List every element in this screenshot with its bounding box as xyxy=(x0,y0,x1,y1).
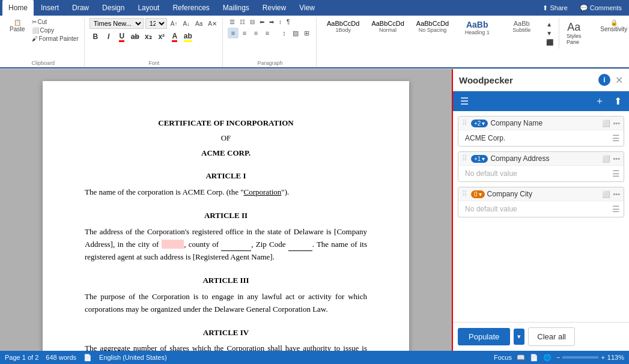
bold-button[interactable]: B xyxy=(90,31,102,43)
drag-handle-company-name[interactable]: ⠿ xyxy=(462,119,467,127)
article-1-title: ARTICLE I xyxy=(85,170,367,183)
format-painter-button[interactable]: 🖌 Format Painter xyxy=(30,35,81,43)
sensitivity-button[interactable]: 🔒 Sensitivity xyxy=(597,18,629,34)
zoom-out-button[interactable]: − xyxy=(556,354,560,361)
justify-button[interactable]: ≡ xyxy=(262,28,273,38)
underline-button[interactable]: U xyxy=(116,31,128,43)
shading-button[interactable]: ▨ xyxy=(290,28,301,38)
share-button[interactable]: ⬆ Share xyxy=(538,3,572,13)
drag-handle-company-city[interactable]: ⠿ xyxy=(462,190,467,198)
drag-handle-company-address[interactable]: ⠿ xyxy=(462,154,467,163)
cut-button[interactable]: ✂ Cut xyxy=(30,18,81,26)
focus-label[interactable]: Focus xyxy=(494,354,512,361)
zoom-in-button[interactable]: + xyxy=(601,354,604,361)
tab-insert[interactable]: Insert xyxy=(35,0,65,16)
populate-button[interactable]: Populate xyxy=(458,328,510,345)
font-name-select[interactable]: Times New... xyxy=(90,18,144,29)
panel-menu-button[interactable]: ☰ xyxy=(458,94,471,108)
tab-references[interactable]: References xyxy=(166,0,215,16)
style-subtitle[interactable]: AaBb Subtitle xyxy=(500,18,543,37)
increase-indent-button[interactable]: ➡ xyxy=(267,18,276,26)
styles-pane-button[interactable]: Aa StylesPane xyxy=(563,20,585,46)
change-case-button[interactable]: Aa xyxy=(193,20,204,28)
clear-all-button[interactable]: Clear all xyxy=(528,327,575,346)
multilevel-list-button[interactable]: ⊟ xyxy=(248,18,257,26)
style-heading1[interactable]: AaBb Heading 1 xyxy=(455,18,499,37)
field-copy-icon-address[interactable]: ⬜ xyxy=(602,155,610,163)
numbered-list-button[interactable]: ☷ xyxy=(238,18,247,26)
show-marks-button[interactable]: ¶ xyxy=(285,18,291,26)
align-center-button[interactable]: ≡ xyxy=(239,28,250,38)
field-copy-icon[interactable]: ⬜ xyxy=(602,120,610,127)
comments-icon: 💬 xyxy=(580,4,588,12)
sort-button[interactable]: ↕ xyxy=(277,18,284,26)
info-button[interactable]: i xyxy=(598,74,610,86)
font-size-select[interactable]: 12 xyxy=(145,18,167,29)
styles-scroll-up[interactable]: ▲ xyxy=(544,20,555,28)
view-web-icon[interactable]: 🌐 xyxy=(543,354,552,362)
borders-button[interactable]: ⊞ xyxy=(302,28,312,38)
styles-scroll-down[interactable]: ▼ xyxy=(544,29,555,37)
style-normal[interactable]: AaBbCcDd Normal xyxy=(366,18,409,37)
clear-format-button[interactable]: A✕ xyxy=(206,20,219,28)
style-1body[interactable]: AaBbCcDd 1Body xyxy=(321,18,365,37)
italic-button[interactable]: I xyxy=(103,31,115,43)
tab-view[interactable]: View xyxy=(293,0,321,16)
tab-layout[interactable]: Layout xyxy=(132,0,165,16)
field-value-company-name[interactable]: ACME Corp. xyxy=(462,132,612,145)
panel-upload-button[interactable]: ⬆ xyxy=(612,94,624,108)
font-label: Font xyxy=(148,59,159,66)
field-value-company-address[interactable]: No default value xyxy=(462,167,612,180)
field-value-list-icon-address[interactable]: ☰ xyxy=(612,169,620,178)
style-no-spacing[interactable]: AaBbCcDd No Spacing xyxy=(411,18,454,37)
field-company-city-header: ⠿ 0 ▾ Company City ⬜ ••• xyxy=(458,187,624,201)
field-value-list-icon-company-name[interactable]: ☰ xyxy=(612,133,620,143)
panel-add-button[interactable]: ＋ xyxy=(592,94,607,109)
tab-draw[interactable]: Draw xyxy=(66,0,95,16)
article-2-body: The address of the Corporation's registe… xyxy=(85,226,367,264)
increase-font-button[interactable]: A↑ xyxy=(169,20,180,28)
align-left-button[interactable]: ≡ xyxy=(228,28,239,38)
field-more-icon-city[interactable]: ••• xyxy=(613,190,620,198)
tab-home[interactable]: Home xyxy=(2,0,34,16)
bullets-button[interactable]: ☰ xyxy=(228,18,237,26)
view-print-icon[interactable]: 📄 xyxy=(530,354,538,362)
field-value-row-company-address: No default value ☰ xyxy=(458,166,624,181)
field-copy-icon-city[interactable]: ⬜ xyxy=(602,190,610,198)
field-value-company-city[interactable]: No default value xyxy=(462,202,612,216)
doc-title2: OF xyxy=(85,132,367,145)
populate-dropdown-button[interactable]: ▾ xyxy=(514,329,524,345)
view-read-icon[interactable]: 📖 xyxy=(517,354,525,362)
decrease-font-button[interactable]: A↓ xyxy=(181,20,192,28)
line-spacing-button[interactable]: ↕ xyxy=(279,28,290,38)
superscript-button[interactable]: x² xyxy=(156,31,168,43)
comments-button[interactable]: 💬 Comments xyxy=(575,3,627,13)
panel-header: Woodpecker i ✕ xyxy=(453,69,629,91)
font-group: Times New... 12 A↑ A↓ Aa A✕ B I U ab x₂ xyxy=(86,18,223,67)
tab-design[interactable]: Design xyxy=(96,0,130,16)
share-icon: ⬆ xyxy=(542,4,548,12)
field-more-icon[interactable]: ••• xyxy=(613,120,620,127)
tab-review[interactable]: Review xyxy=(257,0,292,16)
font-color-button[interactable]: A xyxy=(169,31,181,43)
proofing-icon: 📄 xyxy=(84,354,92,362)
panel-footer: Populate ▾ Clear all xyxy=(453,322,629,351)
document-area: CERTIFICATE OF INCORPORATION OF ACME COR… xyxy=(0,69,452,351)
zoom-slider[interactable] xyxy=(562,356,598,359)
decrease-indent-button[interactable]: ⬅ xyxy=(258,18,266,26)
article-4-body: The aggregate number of shares which the… xyxy=(85,342,367,351)
field-more-icon-address[interactable]: ••• xyxy=(613,155,620,163)
tab-mailings[interactable]: Mailings xyxy=(217,0,255,16)
panel-close-button[interactable]: ✕ xyxy=(615,74,623,86)
paste-button[interactable]: 📋 Paste xyxy=(6,18,29,34)
subscript-button[interactable]: x₂ xyxy=(142,31,154,43)
styles-expand[interactable]: ⬛ xyxy=(544,38,555,46)
language: English (United States) xyxy=(99,354,167,361)
field-company-city: ⠿ 0 ▾ Company City ⬜ ••• No default valu… xyxy=(458,187,624,217)
zoom-control[interactable]: − + 113% xyxy=(556,354,624,361)
field-value-list-icon-city[interactable]: ☰ xyxy=(612,204,620,214)
highlight-button[interactable]: ab xyxy=(182,31,194,43)
align-right-button[interactable]: ≡ xyxy=(251,28,261,38)
strikethrough-button[interactable]: ab xyxy=(129,31,141,43)
copy-button[interactable]: ⬜ Copy xyxy=(30,26,81,34)
